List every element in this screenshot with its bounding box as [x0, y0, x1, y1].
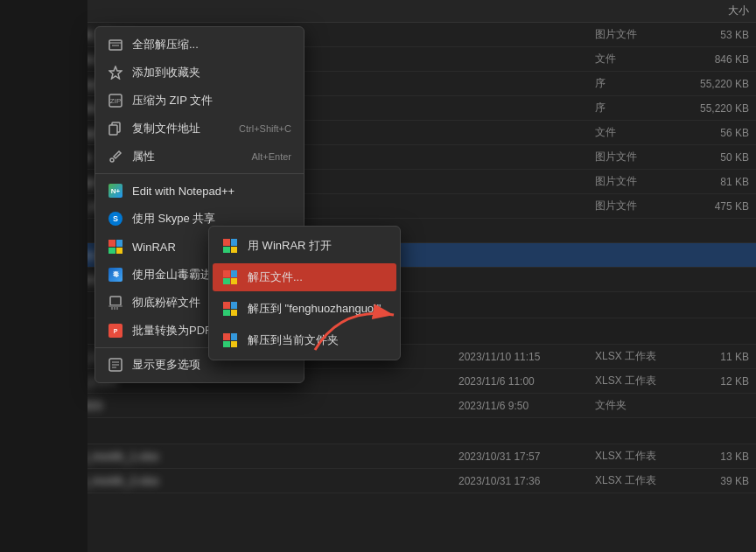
- submenu-label: 解压文件...: [248, 269, 303, 285]
- winrar-submenu: 用 WinRAR 打开 解压文件... 解压到 "fenghuozhanguo\…: [208, 226, 401, 360]
- menu-item-copy-path[interactable]: 复制文件地址 Ctrl+Shift+C: [95, 115, 304, 143]
- file-size: 13 KB: [688, 451, 749, 463]
- menu-divider: [95, 173, 304, 174]
- file-date: 2023/11/10 11:15: [458, 351, 590, 363]
- file-size: 55,220 KB: [688, 78, 749, 90]
- svg-marker-3: [109, 66, 122, 79]
- file-size: 56 KB: [688, 127, 749, 139]
- file-size: 50 KB: [688, 151, 749, 164]
- copy-icon: [108, 121, 123, 136]
- svg-rect-13: [108, 305, 122, 307]
- svg-rect-7: [109, 125, 117, 135]
- file-date: 2023/10/31 17:36: [458, 475, 590, 487]
- winrar-icon: [221, 300, 239, 318]
- column-headers: 名称 大小: [0, 0, 756, 23]
- menu-item-notepadpp[interactable]: N+ Edit with Notepad++: [95, 177, 304, 205]
- winrar-icon: [221, 237, 239, 255]
- file-size: 55,220 KB: [688, 102, 749, 115]
- submenu-item-open-winrar[interactable]: 用 WinRAR 打开: [209, 230, 400, 262]
- svg-point-8: [110, 158, 114, 162]
- menu-label: 压缩为 ZIP 文件: [132, 93, 213, 108]
- notepadpp-icon: N+: [108, 183, 123, 199]
- menu-label: 属性: [132, 149, 155, 164]
- menu-item-extract-all[interactable]: 全部解压缩...: [95, 31, 304, 59]
- file-type: 图片文件: [595, 150, 682, 164]
- menu-label: 添加到收藏夹: [132, 65, 200, 80]
- file-size: 846 KB: [688, 53, 749, 66]
- file-type: 文件: [595, 52, 682, 66]
- menu-item-properties[interactable]: 属性 Alt+Enter: [95, 143, 304, 171]
- file-row[interactable]: XL xlsx_last_month_2.xlsx 2023/10/31 17:…: [0, 469, 756, 493]
- svg-text:ZIP: ZIP: [110, 97, 121, 105]
- submenu-item-extract-here[interactable]: 解压到当前文件夹: [209, 325, 400, 356]
- submenu-label: 解压到 "fenghuozhanguo\": [248, 301, 381, 317]
- menu-item-compress-zip[interactable]: ZIP 压缩为 ZIP 文件: [95, 87, 304, 115]
- menu-label: 使用 Skype 共享: [132, 211, 215, 227]
- shortcut-label: Alt+Enter: [234, 151, 291, 162]
- file-row[interactable]: 📁 folder_2023 2023/11/6 9:50 文件夹: [0, 394, 756, 418]
- submenu-item-extract-to-folder[interactable]: 解压到 "fenghuozhanguo\": [209, 293, 400, 325]
- compress-icon: ZIP: [108, 93, 123, 108]
- winrar-icon: [221, 332, 239, 349]
- menu-label: 全部解压缩...: [132, 37, 199, 52]
- submenu-label: 用 WinRAR 打开: [248, 238, 332, 254]
- file-name: xlsx_last_month_1.xlsx: [42, 450, 453, 463]
- menu-label: 显示更多选项: [132, 357, 200, 373]
- pdf-icon: P: [108, 323, 123, 339]
- file-type: XLSX 工作表: [595, 374, 682, 388]
- file-date: 2023/10/31 17:57: [458, 451, 590, 463]
- left-sidebar: [0, 0, 88, 552]
- file-type: 图片文件: [595, 199, 682, 213]
- star-icon: [108, 65, 123, 80]
- file-row[interactable]: XL xlsx_last_month_1.xlsx 2023/10/31 17:…: [0, 444, 756, 469]
- file-size: 39 KB: [688, 475, 749, 487]
- file-date: 2023/11/6 11:00: [458, 375, 590, 388]
- menu-label: Edit with Notepad++: [132, 185, 234, 198]
- file-size: 11 KB: [688, 351, 749, 363]
- file-type: 序: [595, 101, 682, 115]
- winrar-icon: [108, 239, 123, 255]
- wrench-icon: [108, 149, 123, 164]
- submenu-label: 解压到当前文件夹: [248, 332, 339, 348]
- file-size: 475 KB: [688, 200, 749, 213]
- file-type: XLSX 工作表: [595, 473, 682, 488]
- skype-icon: S: [108, 211, 123, 227]
- archive-icon: [108, 37, 123, 52]
- menu-label: WinRAR: [132, 241, 176, 254]
- file-name: folder_2023: [42, 399, 453, 412]
- file-size: 12 KB: [688, 375, 749, 388]
- file-type: XLSX 工作表: [595, 349, 682, 364]
- shortcut-label: Ctrl+Shift+C: [221, 123, 291, 134]
- file-type: 序: [595, 76, 682, 91]
- submenu-item-extract-files[interactable]: 解压文件...: [213, 263, 396, 291]
- kingsoft-icon: 毒: [108, 267, 123, 283]
- file-type: 图片文件: [595, 174, 682, 189]
- file-name: xlsx_last_month_2.xlsx: [42, 474, 453, 487]
- file-type: XLSX 工作表: [595, 449, 682, 464]
- file-type: 文件: [595, 125, 682, 140]
- section-last-month[interactable]: ∨ 上月: [0, 418, 756, 444]
- menu-item-add-favorites[interactable]: 添加到收藏夹: [95, 59, 304, 87]
- file-date: 2023/11/6 9:50: [458, 400, 590, 412]
- menu-label: 批量转换为PDF: [132, 323, 212, 339]
- menu-label: 彻底粉碎文件: [132, 295, 200, 311]
- file-size: 53 KB: [688, 29, 749, 41]
- file-type: 文件夹: [595, 398, 682, 413]
- menu-label: 复制文件地址: [132, 121, 200, 136]
- svg-rect-9: [110, 297, 121, 305]
- shred-icon: [108, 295, 123, 311]
- file-type: 图片文件: [595, 27, 682, 42]
- more-icon: [108, 357, 123, 373]
- winrar-icon: [221, 269, 239, 286]
- file-size: 81 KB: [688, 176, 749, 188]
- col-size-header: 大小: [688, 3, 749, 18]
